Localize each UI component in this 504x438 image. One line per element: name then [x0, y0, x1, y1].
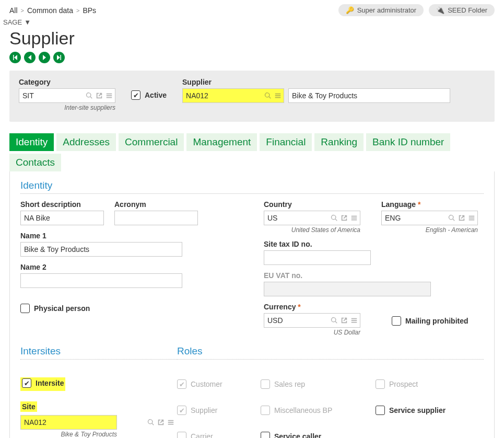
jump-icon[interactable]	[95, 91, 103, 100]
breadcrumb-bps[interactable]: BPs	[83, 6, 96, 15]
tab-financial[interactable]: Financial	[260, 133, 312, 151]
triangle-down-icon: ▼	[24, 18, 31, 26]
site-tax-input[interactable]	[264, 250, 371, 265]
breadcrumb-common-data[interactable]: Common data	[27, 6, 73, 15]
eu-vat-input	[264, 282, 431, 296]
list-icon[interactable]	[350, 214, 358, 222]
plug-icon: 🔌	[436, 6, 444, 14]
supplier-label: Supplier	[182, 78, 450, 86]
acronym-label: Acronym	[114, 200, 198, 209]
service-supplier-checkbox[interactable]	[376, 406, 385, 415]
customer-checkbox	[177, 379, 186, 389]
breadcrumb: All > Common data > BPs	[9, 6, 96, 15]
short-desc-input[interactable]	[20, 211, 104, 225]
chevron-right-icon: >	[76, 7, 79, 14]
acronym-input[interactable]	[114, 211, 198, 225]
carrier-label: Carrier	[191, 432, 213, 438]
name2-input[interactable]	[20, 273, 182, 288]
tabs: Identity Addresses Commercial Management…	[9, 133, 495, 171]
active-label: Active	[145, 91, 167, 99]
intersites-section-title: Intersites	[20, 345, 177, 360]
language-label: Language *	[381, 200, 478, 209]
misc-bp-checkbox	[261, 406, 270, 415]
chevron-right-icon: >	[21, 7, 24, 14]
super-administrator-button[interactable]: 🔑 Super administrator	[338, 4, 424, 16]
page-title: Supplier	[0, 28, 504, 49]
name1-input[interactable]	[20, 242, 182, 257]
mailing-prohibited-checkbox[interactable]	[392, 316, 401, 326]
first-record-button[interactable]	[9, 52, 21, 63]
mailing-prohibited-label: Mailing prohibited	[405, 317, 468, 325]
site-input[interactable]	[20, 415, 117, 430]
category-label: Category	[19, 78, 115, 86]
physical-person-checkbox[interactable]	[20, 304, 30, 313]
intersite-checkbox[interactable]	[22, 378, 31, 388]
carrier-checkbox	[177, 432, 186, 438]
search-icon[interactable]	[330, 214, 338, 222]
name1-label: Name 1	[20, 232, 255, 240]
language-helper: English - American	[381, 226, 478, 234]
header-panel: Category Inter-site suppliers Active Sup…	[9, 71, 495, 122]
tab-commercial[interactable]: Commercial	[119, 133, 184, 151]
supplier-role-label: Supplier	[191, 406, 217, 414]
record-nav	[0, 49, 504, 71]
country-label: Country	[264, 200, 360, 209]
tab-addresses[interactable]: Addresses	[56, 133, 116, 151]
list-icon[interactable]	[105, 91, 113, 100]
sales-rep-checkbox	[261, 379, 270, 389]
service-caller-label: Service caller	[274, 432, 321, 438]
list-icon[interactable]	[350, 316, 358, 325]
search-icon[interactable]	[147, 418, 155, 427]
supplier-checkbox	[177, 406, 186, 415]
tab-contacts[interactable]: Contacts	[9, 154, 61, 171]
jump-icon[interactable]	[340, 214, 348, 222]
list-icon[interactable]	[167, 418, 175, 427]
service-caller-checkbox[interactable]	[261, 432, 270, 438]
sage-menu[interactable]: SAGE ▼	[3, 18, 495, 26]
customer-label: Customer	[191, 380, 222, 388]
sage-label: SAGE	[3, 18, 22, 26]
active-checkbox[interactable]	[131, 90, 140, 100]
service-supplier-label: Service supplier	[389, 406, 446, 414]
prospect-checkbox	[376, 379, 385, 389]
seed-folder-label: SEED Folder	[448, 6, 487, 14]
sales-rep-label: Sales rep	[274, 380, 305, 388]
supplier-name-input[interactable]	[288, 88, 450, 103]
tab-management[interactable]: Management	[186, 133, 257, 151]
intersite-label: Intersite	[36, 379, 64, 387]
category-helper: Inter-site suppliers	[19, 104, 115, 111]
identity-section-title: Identity	[20, 180, 484, 194]
tab-identity[interactable]: Identity	[9, 133, 54, 151]
roles-section-title: Roles	[177, 345, 484, 360]
jump-icon[interactable]	[340, 316, 348, 325]
tab-bank-id[interactable]: Bank ID number	[366, 133, 450, 151]
prev-record-button[interactable]	[24, 52, 36, 63]
currency-label: Currency *	[264, 303, 360, 311]
name2-label: Name 2	[20, 263, 255, 271]
last-record-button[interactable]	[53, 52, 65, 63]
short-desc-label: Short description	[20, 200, 104, 209]
key-icon: 🔑	[346, 6, 354, 14]
seed-folder-button[interactable]: 🔌 SEED Folder	[429, 4, 495, 16]
list-icon[interactable]	[467, 214, 476, 222]
search-icon[interactable]	[330, 316, 338, 325]
search-icon[interactable]	[85, 91, 93, 100]
identity-panel: Identity Short description Acronym Name …	[9, 171, 495, 438]
search-icon[interactable]	[448, 214, 456, 222]
super-admin-label: Super administrator	[357, 6, 416, 14]
currency-helper: US Dollar	[264, 329, 360, 336]
tab-ranking[interactable]: Ranking	[314, 133, 364, 151]
site-tax-label: Site tax ID no.	[264, 240, 484, 248]
jump-icon[interactable]	[157, 418, 165, 427]
jump-icon[interactable]	[458, 214, 466, 222]
physical-person-label: Physical person	[34, 304, 90, 313]
site-label: Site	[20, 401, 37, 412]
eu-vat-label: EU VAT no.	[264, 271, 484, 280]
misc-bp-label: Miscellaneous BP	[274, 406, 332, 414]
site-helper: Bike & Toy Products	[20, 431, 117, 438]
breadcrumb-all[interactable]: All	[9, 6, 18, 15]
next-record-button[interactable]	[39, 52, 50, 63]
country-helper: United States of America	[264, 226, 360, 234]
list-icon[interactable]	[274, 91, 282, 100]
search-icon[interactable]	[264, 91, 272, 100]
